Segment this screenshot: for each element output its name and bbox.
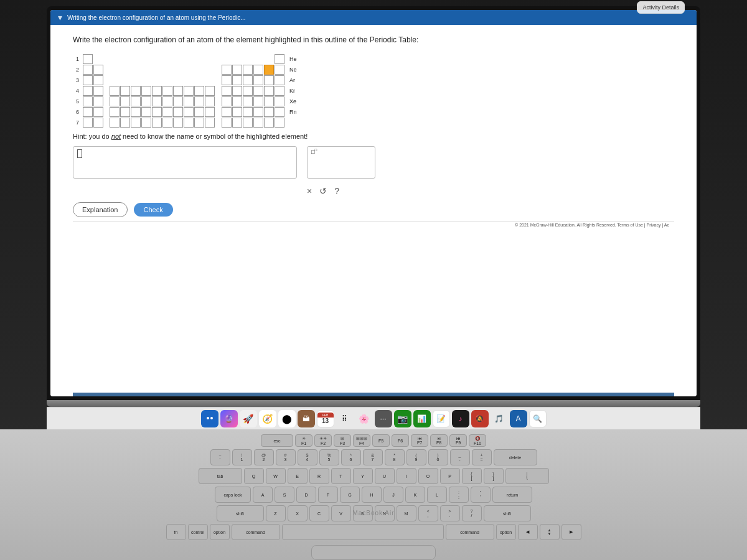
key-d[interactable]: D xyxy=(296,487,316,503)
key-h[interactable]: H xyxy=(362,487,382,503)
key-j[interactable]: J xyxy=(383,487,403,503)
key-m[interactable]: M xyxy=(397,505,416,521)
key-delete[interactable]: delete xyxy=(494,449,537,465)
dock-grid[interactable]: ⠿ xyxy=(336,410,354,427)
key-f5[interactable]: F5 xyxy=(372,434,390,447)
key-p[interactable]: P xyxy=(440,468,460,484)
key-3[interactable]: #3 xyxy=(276,449,296,465)
key-9[interactable]: (9 xyxy=(406,449,426,465)
key-minus[interactable]: _- xyxy=(450,449,470,465)
key-f7[interactable]: ⏮F7 xyxy=(411,434,428,447)
dock-safari[interactable]: 🧭 xyxy=(259,410,276,427)
key-t[interactable]: T xyxy=(331,468,351,484)
key-r[interactable]: R xyxy=(309,468,329,484)
chevron-icon[interactable]: ▾ xyxy=(58,12,62,22)
refresh-icon[interactable]: ↺ xyxy=(319,186,327,196)
key-0[interactable]: )0 xyxy=(428,449,448,465)
dock-photos[interactable]: 🌸 xyxy=(355,410,373,427)
key-f9[interactable]: ⏭F9 xyxy=(449,434,467,447)
explanation-button[interactable]: Explanation xyxy=(73,202,128,217)
key-q[interactable]: Q xyxy=(244,468,264,484)
key-x[interactable]: X xyxy=(288,505,308,521)
key-7[interactable]: &7 xyxy=(363,449,383,465)
key-5[interactable]: %5 xyxy=(319,449,339,465)
key-lbracket[interactable]: {[ xyxy=(462,468,482,484)
answer-input-box[interactable] xyxy=(73,146,297,179)
key-return[interactable]: return xyxy=(492,487,532,503)
key-lcmd[interactable]: command xyxy=(232,524,280,540)
key-y[interactable]: Y xyxy=(353,468,373,484)
key-c[interactable]: C xyxy=(309,505,329,521)
key-i[interactable]: I xyxy=(397,468,416,484)
key-a[interactable]: A xyxy=(253,487,273,503)
key-quote[interactable]: "' xyxy=(471,487,491,503)
key-4[interactable]: $4 xyxy=(298,449,317,465)
key-rshift[interactable]: shift xyxy=(484,505,531,521)
key-right[interactable]: ▶ xyxy=(561,524,581,540)
key-f3[interactable]: ⊞F3 xyxy=(334,434,351,447)
dock-dnd[interactable]: 🔕 xyxy=(471,410,489,427)
key-space[interactable] xyxy=(282,524,444,540)
key-f8[interactable]: ⏯F8 xyxy=(430,434,448,447)
dock-facetime[interactable]: 📷 xyxy=(394,410,411,427)
trackpad[interactable] xyxy=(311,545,436,560)
cell-r4-2 xyxy=(232,86,242,96)
key-left[interactable]: ◀ xyxy=(518,524,538,540)
key-equals[interactable]: += xyxy=(472,449,492,465)
key-1[interactable]: !1 xyxy=(232,449,252,465)
key-l[interactable]: L xyxy=(427,487,447,503)
key-w[interactable]: W xyxy=(266,468,286,484)
dock-image[interactable]: 🏔 xyxy=(298,410,315,427)
key-8[interactable]: *8 xyxy=(385,449,405,465)
key-f1[interactable]: ☀F1 xyxy=(295,434,312,447)
question-icon[interactable]: ? xyxy=(334,186,339,196)
key-fn[interactable]: fn xyxy=(166,524,186,540)
dock-appstore[interactable]: A xyxy=(510,410,527,427)
key-semicolon[interactable]: :; xyxy=(449,487,469,503)
key-f2[interactable]: ☀☀F2 xyxy=(314,434,332,447)
key-f10[interactable]: 🔇F10 xyxy=(469,434,486,447)
dock-finder[interactable] xyxy=(201,410,218,427)
key-2[interactable]: @2 xyxy=(254,449,274,465)
superscript-box[interactable]: □□ xyxy=(307,146,375,179)
dock-calendar[interactable]: FEB 13 xyxy=(317,410,334,427)
key-control[interactable]: control xyxy=(188,524,208,540)
key-caps[interactable]: caps lock xyxy=(215,487,251,503)
check-button[interactable]: Check xyxy=(134,203,173,217)
key-roption[interactable]: option xyxy=(496,524,516,540)
key-option[interactable]: option xyxy=(210,524,230,540)
key-e[interactable]: E xyxy=(288,468,308,484)
dock-messages[interactable]: ··· xyxy=(375,410,392,427)
dock-spotlight[interactable]: 🔍 xyxy=(529,410,547,427)
dock-chrome[interactable]: ⬤ xyxy=(278,410,296,427)
key-v[interactable]: V xyxy=(331,505,351,521)
dock-siri[interactable]: 🔮 xyxy=(220,410,238,427)
key-backslash[interactable]: |\ xyxy=(505,468,549,484)
key-g[interactable]: G xyxy=(340,487,360,503)
dock-textedit[interactable]: 📝 xyxy=(433,410,450,427)
dock-numbers[interactable]: 📊 xyxy=(413,410,431,427)
dock-launchpad[interactable]: 🚀 xyxy=(240,410,257,427)
key-esc[interactable]: esc xyxy=(261,434,293,447)
key-k[interactable]: K xyxy=(405,487,425,503)
key-comma[interactable]: <, xyxy=(418,505,438,521)
key-z[interactable]: Z xyxy=(266,505,286,521)
key-rcmd[interactable]: command xyxy=(446,524,494,540)
key-s[interactable]: S xyxy=(275,487,294,503)
key-u[interactable]: U xyxy=(375,468,395,484)
key-period[interactable]: >. xyxy=(440,505,460,521)
key-lshift[interactable]: shift xyxy=(217,505,264,521)
key-rbracket[interactable]: }] xyxy=(484,468,504,484)
key-o[interactable]: O xyxy=(418,468,438,484)
dock-itunes[interactable]: 🎵 xyxy=(491,410,508,427)
close-icon[interactable]: × xyxy=(307,186,312,196)
key-backtick[interactable]: ~` xyxy=(210,449,230,465)
key-f6[interactable]: F6 xyxy=(392,434,409,447)
key-tab[interactable]: tab xyxy=(199,468,242,484)
dock-music[interactable]: ♪ xyxy=(452,410,469,427)
key-slash[interactable]: ?/ xyxy=(462,505,482,521)
key-f[interactable]: F xyxy=(318,487,338,503)
key-f4[interactable]: ⊞⊞⊞F4 xyxy=(353,434,370,447)
key-6[interactable]: ^6 xyxy=(341,449,361,465)
key-updown[interactable]: ▲ ▼ xyxy=(540,524,560,540)
